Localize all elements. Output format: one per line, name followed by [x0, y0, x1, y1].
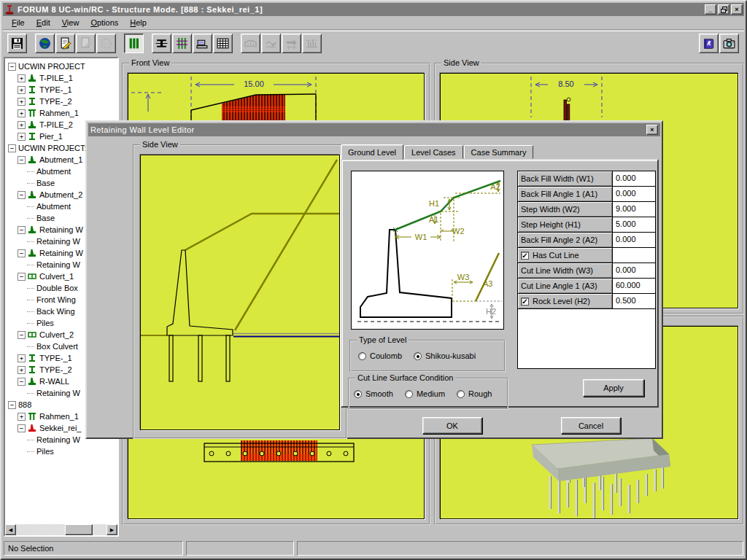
tab-case-summary[interactable]: Case Summary [464, 145, 534, 159]
collapse-minus-icon[interactable]: − [18, 226, 26, 234]
dialog-title-bar[interactable]: Retaining Wall Level Editor × [88, 123, 660, 136]
tab-level-cases[interactable]: Level Cases [404, 145, 463, 159]
tree-item-piles[interactable]: Piles [5, 446, 117, 457]
property-value-field[interactable]: 5.000 [613, 217, 655, 233]
collapse-minus-icon[interactable]: − [18, 249, 26, 257]
edit-document-icon [59, 37, 71, 50]
checkbox-checked[interactable]: ✓ [521, 252, 529, 260]
collapse-minus-icon[interactable]: − [18, 191, 26, 199]
pillars-button[interactable] [124, 34, 144, 53]
collapse-minus-icon[interactable]: − [18, 156, 26, 164]
tree-connector [27, 451, 34, 452]
property-value-field[interactable]: 0.000 [613, 263, 655, 279]
title-bar[interactable]: FORUM 8 UC-win/RC - Structure Mode. [888… [3, 3, 744, 16]
collapse-minus-icon[interactable]: − [18, 378, 26, 386]
front-view-label: Front View [129, 58, 171, 67]
minimize-button[interactable]: _ [705, 4, 716, 15]
book-button[interactable] [699, 34, 719, 53]
radio-unselected-icon[interactable] [457, 390, 465, 398]
expand-plus-icon[interactable]: + [18, 133, 26, 141]
ok-button[interactable]: OK [422, 417, 482, 434]
radio-option-medium[interactable]: Medium [405, 389, 445, 398]
menu-item-file[interactable]: File [6, 17, 31, 28]
collapse-minus-icon[interactable]: − [8, 144, 16, 152]
tree-item-type-2[interactable]: +TYPE-_2 [5, 96, 117, 107]
diagram-label-w3: W3 [457, 273, 470, 281]
frame-grid-button[interactable] [172, 34, 192, 53]
tree-item-label: Abutment_1 [39, 155, 82, 164]
expand-plus-icon[interactable]: + [18, 86, 26, 94]
radio-selected-icon[interactable] [354, 390, 362, 398]
property-value-field[interactable]: 0.500 [613, 294, 655, 309]
tree-horizontal-scrollbar[interactable]: ◀ ▶ [5, 524, 117, 535]
globe-button[interactable] [35, 34, 55, 53]
bench-button[interactable] [193, 34, 212, 53]
property-value-field[interactable]: 9.000 [613, 202, 655, 217]
ibeam-icon [28, 365, 37, 374]
wall-icon [28, 249, 37, 257]
menu-item-edit[interactable]: Edit [31, 17, 56, 28]
apply-button[interactable]: Apply [583, 379, 644, 397]
expand-plus-icon[interactable]: + [18, 413, 26, 421]
status-panel-2 [186, 541, 294, 556]
menu-item-options[interactable]: Options [85, 17, 124, 28]
scroll-left-arrow[interactable]: ◀ [5, 524, 16, 535]
tree-item-rahmen-1[interactable]: +Rahmen_1 [5, 107, 117, 119]
expand-plus-icon[interactable]: + [18, 109, 26, 117]
tab-ground-level[interactable]: Ground Level [341, 144, 403, 160]
tree-item-label: Retaining W [36, 260, 80, 269]
menu-item-help[interactable]: Help [124, 17, 152, 28]
camera-button[interactable] [719, 34, 739, 53]
expand-plus-icon[interactable]: + [18, 98, 26, 106]
tree-item-label: Abutment [36, 202, 71, 211]
tree-item-ucwin-project[interactable]: −UCWIN PROJECT [5, 61, 117, 72]
collapse-minus-icon[interactable]: − [8, 401, 16, 409]
menu-item-view[interactable]: View [56, 17, 85, 28]
checkbox-checked[interactable]: ✓ [521, 298, 529, 306]
property-label-text: Step Width (W2) [521, 205, 580, 214]
radio-option-coulomb[interactable]: Coulomb [358, 351, 402, 360]
save-button[interactable] [7, 34, 27, 53]
property-value-field[interactable]: 0.000 [613, 171, 655, 187]
collapse-minus-icon[interactable]: − [18, 424, 26, 432]
ground-level-property-grid: Back Fill Width (W1)0.000Back Fill Angle… [517, 171, 656, 369]
ibeam-button[interactable] [152, 34, 171, 53]
expand-plus-icon[interactable]: + [18, 354, 26, 362]
collapse-minus-icon[interactable]: − [8, 63, 16, 71]
radio-selected-icon[interactable] [414, 352, 422, 360]
tree-item-label: TYPE-_1 [39, 85, 72, 94]
cut-line-surface-label: Cut Line Surface Condition [355, 373, 455, 382]
property-value-field[interactable]: 0.000 [613, 187, 655, 202]
close-button[interactable]: × [731, 4, 743, 15]
property-value-field[interactable] [613, 248, 655, 263]
table-grid-button[interactable] [213, 34, 233, 53]
radio-unselected-icon[interactable] [358, 352, 366, 360]
scroll-right-arrow[interactable]: ▶ [107, 524, 117, 535]
radio-unselected-icon[interactable] [405, 390, 413, 398]
wall-icon [28, 120, 37, 129]
cancel-button[interactable]: Cancel [561, 417, 621, 434]
scroll-thumb[interactable] [65, 524, 93, 535]
radio-option-shikou-kusabi[interactable]: Shikou-kusabi [414, 351, 476, 360]
tree-item-type-1[interactable]: +TYPE-_1 [5, 84, 117, 96]
tree-item-label: UCWIN PROJECT: [18, 144, 87, 152]
edit-document-button[interactable] [55, 34, 75, 53]
property-value-field[interactable]: 60.000 [613, 279, 655, 294]
dialog-side-view-canvas[interactable] [140, 155, 340, 430]
tree-item-t-pile-1[interactable]: +T-PILE_1 [5, 72, 117, 84]
tree-item-label: T-PILE_2 [39, 120, 73, 129]
tree-connector [27, 288, 34, 289]
property-value-field[interactable]: 0.000 [613, 233, 655, 248]
expand-plus-icon[interactable]: + [18, 74, 26, 82]
collapse-minus-icon[interactable]: − [18, 273, 26, 281]
restore-button[interactable] [718, 4, 729, 15]
dialog-close-icon[interactable]: × [646, 125, 658, 135]
app-window: FORUM 8 UC-win/RC - Structure Mode. [888… [0, 0, 747, 560]
radio-option-rough[interactable]: Rough [457, 389, 492, 398]
tree-connector [27, 183, 34, 184]
expand-plus-icon[interactable]: + [18, 366, 26, 374]
collapse-minus-icon[interactable]: − [18, 331, 26, 339]
toolbar-group [124, 34, 144, 53]
expand-plus-icon[interactable]: + [18, 121, 26, 129]
radio-option-smooth[interactable]: Smooth [354, 389, 393, 398]
